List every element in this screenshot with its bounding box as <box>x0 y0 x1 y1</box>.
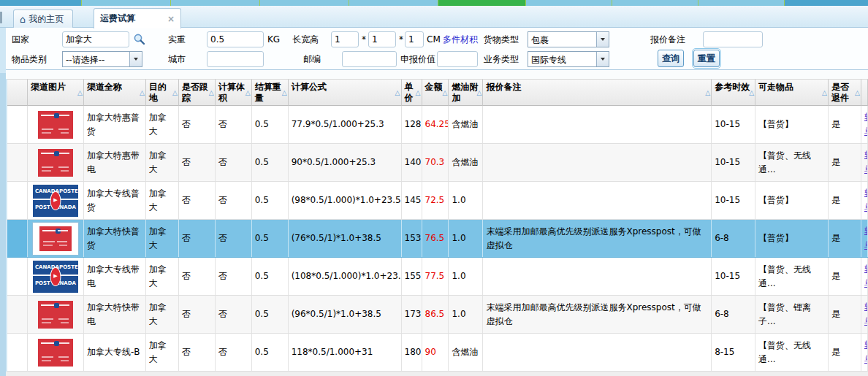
column-header-weight[interactable]: 结算重量△ <box>252 79 289 106</box>
dim-height-input[interactable] <box>405 31 424 47</box>
tab-my-homepage-label: 我的主页 <box>28 13 64 26</box>
cell-ret: 是 <box>829 296 861 333</box>
sort-icon[interactable]: △ <box>245 87 251 98</box>
column-header-formula[interactable]: 计算公式△ <box>289 79 402 106</box>
dim-width-input[interactable] <box>368 31 396 47</box>
sort-icon[interactable]: △ <box>822 87 827 98</box>
sort-icon[interactable]: △ <box>172 87 178 98</box>
cell-formula: 77.9*0.5/1.000+25.3 <box>289 106 402 143</box>
cell-price: 180 <box>402 334 422 371</box>
sort-icon[interactable]: △ <box>209 87 214 98</box>
table-row[interactable]: 加拿大特惠带电加拿大否否0.590*0.5/1.000+25.3140.670.… <box>7 144 868 182</box>
cell-time: 10-15 <box>712 106 755 143</box>
canada-post-red-logo <box>38 149 73 177</box>
clipped-row-action-link[interactable]: 转 单 <box>864 110 868 138</box>
sort-icon[interactable]: △ <box>477 87 482 98</box>
weight-unit: KG <box>267 31 280 47</box>
column-header-time[interactable]: 参考时效△ <box>712 79 755 106</box>
column-header-price[interactable]: 单价△ <box>402 79 422 106</box>
reset-button[interactable]: 重置 <box>693 50 720 67</box>
cell-price: 173 <box>402 296 422 333</box>
sort-icon[interactable]: △ <box>282 87 287 98</box>
column-header-fuel[interactable]: 燃油附加△ <box>449 79 483 106</box>
dim-length-input[interactable] <box>331 31 359 47</box>
column-header-img[interactable]: 渠道图片△ <box>28 79 84 106</box>
quote-remark-label: 报价备注 <box>650 31 685 47</box>
tab-freight-calc[interactable]: 运费试算 × <box>94 8 181 28</box>
table-row[interactable]: 加拿大特惠普货加拿大否否0.577.9*0.5/1.000+25.3128.56… <box>7 106 868 144</box>
dims-unit: CM <box>427 31 441 47</box>
chevron-down-icon[interactable] <box>596 52 609 66</box>
column-header-ret[interactable]: 是否退件△ <box>829 79 861 106</box>
cell-goods: 【普货、锂离子... <box>755 296 829 333</box>
chevron-down-icon[interactable] <box>129 52 142 66</box>
clipped-row-action-link[interactable]: 转 单 <box>864 262 868 290</box>
clipped-row-action-link[interactable]: 转 单 <box>864 148 868 176</box>
sort-icon[interactable]: △ <box>395 87 400 98</box>
table-row[interactable]: 加拿大特快普货加拿大否否0.5(76*0.5/1)*1.0+38.515376.… <box>7 220 868 258</box>
cell-time: 10-15 <box>712 258 755 295</box>
clipped-row-action-link[interactable]: 转 单 <box>864 186 868 214</box>
table-row[interactable]: 加拿大专线-B加拿大否否0.5118*0.5/1.000+3118090含燃油8… <box>7 334 868 372</box>
cell-ret: 是 <box>829 220 861 257</box>
country-search-icon[interactable] <box>133 33 146 48</box>
sort-icon[interactable]: △ <box>416 87 421 98</box>
multi-volume-link[interactable]: 多件材积 <box>443 31 478 47</box>
biz-type-select[interactable]: 国际专线 <box>528 51 609 67</box>
sort-icon[interactable]: △ <box>77 87 83 98</box>
zip-input[interactable] <box>342 51 397 67</box>
left-page-strip <box>0 73 6 376</box>
column-header-track[interactable]: 是否跟踪△ <box>179 79 216 106</box>
sort-icon[interactable]: △ <box>705 87 710 98</box>
close-icon[interactable]: × <box>167 14 175 24</box>
cell-fuel: 1.0 <box>449 220 483 257</box>
column-header-label: 报价备注 <box>486 82 521 92</box>
weight-input[interactable] <box>207 31 264 47</box>
clipped-row-action-link[interactable]: 转 单 <box>864 338 868 366</box>
cell-weight: 0.5 <box>252 182 289 219</box>
strip-segment <box>82 0 171 6</box>
clipped-row-action-link[interactable]: 转 单 <box>864 300 868 328</box>
column-header-label: 单价 <box>405 82 414 103</box>
column-header-label: 渠道全称 <box>87 82 122 92</box>
sort-icon[interactable]: △ <box>140 87 145 98</box>
table-row[interactable]: CANADAPOSTESPOSTCANADA▶加拿大专线普货加拿大否否0.5(9… <box>7 182 868 220</box>
cargo-type-select[interactable]: 包裹 <box>528 31 609 47</box>
column-header-name[interactable]: 渠道全称△ <box>84 79 146 106</box>
cell-edge: 转 单 <box>861 106 868 143</box>
sort-icon[interactable]: △ <box>855 87 860 98</box>
cell-vol: 否 <box>216 296 252 333</box>
cell-sel <box>7 334 28 371</box>
tab-my-homepage[interactable]: ⌂ 我的主页 <box>13 9 73 28</box>
table-row[interactable]: 加拿大特快带电加拿大否否0.5(96*0.5/1)*1.0+38.517386.… <box>7 296 868 334</box>
cell-name: 加拿大专线普货 <box>84 182 146 219</box>
cell-weight: 0.5 <box>252 334 289 371</box>
cell-track: 否 <box>179 220 216 257</box>
clipped-row-action-link[interactable]: 转 单 <box>864 224 868 252</box>
sort-icon[interactable]: △ <box>443 87 448 98</box>
query-button[interactable]: 查询 <box>658 50 684 67</box>
column-header-goods[interactable]: 可走物品△ <box>755 79 829 106</box>
declared-value-input[interactable] <box>437 51 478 67</box>
column-header-remark[interactable]: 报价备注△ <box>483 79 712 106</box>
cell-remark <box>483 182 712 219</box>
cell-fuel: 含燃油 <box>449 334 483 371</box>
cell-time: 6-8 <box>712 220 755 257</box>
item-category-select[interactable]: --请选择-- <box>62 51 142 67</box>
cell-sel <box>7 144 28 181</box>
column-header-vol[interactable]: 计算体积△ <box>216 79 252 106</box>
cell-formula: (96*0.5/1)*1.0+38.5 <box>289 296 402 333</box>
chevron-down-icon[interactable] <box>596 32 609 47</box>
sort-icon[interactable]: △ <box>749 87 754 98</box>
country-input[interactable] <box>62 31 129 47</box>
city-input[interactable] <box>207 51 264 67</box>
cell-amount: 70.3 <box>422 144 449 181</box>
column-header-dest[interactable]: 目的地△ <box>146 79 179 106</box>
table-row[interactable]: CANADAPOSTESPOSTCANADA▶加拿大专线带电加拿大否否0.5(1… <box>7 258 868 296</box>
amount-value: 72.5 <box>425 193 445 207</box>
column-header-amount[interactable]: 金额△ <box>422 79 449 106</box>
quote-remark-input[interactable] <box>703 31 763 47</box>
cell-img <box>28 334 84 371</box>
cell-dest: 加拿大 <box>146 258 179 295</box>
cell-time: 6-8 <box>712 296 755 333</box>
